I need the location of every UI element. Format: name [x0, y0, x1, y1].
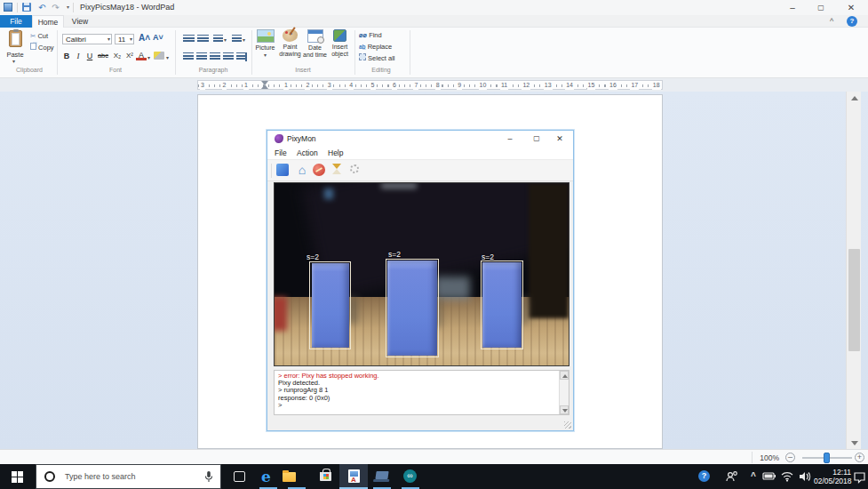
insert-picture-button[interactable]: Picture▾	[253, 29, 277, 67]
italic-button[interactable]: I	[73, 51, 84, 61]
scroll-up-icon[interactable]	[847, 92, 862, 105]
cortana-icon	[44, 471, 55, 482]
cut-icon: ✂	[30, 32, 36, 40]
tray-people[interactable]	[725, 464, 739, 489]
underline-button[interactable]: U	[84, 51, 95, 61]
ruler-number: 15	[587, 81, 596, 90]
windows-logo-icon	[12, 471, 23, 483]
microsoft-store-icon	[320, 472, 331, 481]
document-area[interactable]: PixyMon – ▢ ✕ File Action Help ⌂	[0, 92, 868, 449]
document-page[interactable]: PixyMon – ▢ ✕ File Action Help ⌂	[197, 94, 663, 449]
ruler[interactable]: 321123456789101112131415161718	[197, 80, 663, 90]
align-center-icon[interactable]	[196, 52, 207, 61]
qat-dropdown-icon[interactable]: ▾	[63, 3, 73, 12]
save-icon[interactable]	[22, 3, 32, 12]
paragraph-dialog-icon[interactable]	[236, 52, 247, 61]
insert-object-button[interactable]: Insert object	[328, 29, 352, 67]
line-spacing-icon[interactable]	[232, 35, 242, 44]
line-spacing-dropdown-icon[interactable]: ▾	[243, 36, 245, 43]
taskbar-store[interactable]	[311, 464, 339, 489]
font-size-select[interactable]: 11▾	[115, 34, 134, 44]
select-all-button[interactable]: Select all	[359, 53, 395, 64]
tray-wifi[interactable]	[780, 464, 796, 489]
maximize-button[interactable]: ▢	[808, 2, 834, 13]
zoom-slider-thumb[interactable]	[824, 453, 830, 463]
replace-button[interactable]: ab̲ Replace	[359, 42, 392, 52]
bold-button[interactable]: B	[61, 51, 72, 61]
scroll-down-icon[interactable]	[560, 405, 569, 414]
task-view-icon	[234, 471, 245, 482]
scroll-down-icon[interactable]	[847, 436, 862, 449]
font-color-button[interactable]: A	[136, 51, 147, 60]
pixymon-toolbar: ⌂	[267, 160, 573, 181]
find-button[interactable]: ⌀⌀ Find	[359, 30, 382, 41]
bullets-dropdown-icon[interactable]: ▾	[224, 36, 227, 43]
paste-dropdown-icon[interactable]: ▾	[12, 58, 15, 64]
ruler-number: 5	[370, 81, 376, 90]
document-scrollbar[interactable]	[846, 92, 861, 449]
justify-icon[interactable]	[223, 52, 234, 61]
zoom-slider[interactable]	[802, 457, 852, 459]
tray-show-hidden[interactable]: ^	[747, 464, 760, 489]
close-button[interactable]: ✕	[838, 2, 864, 13]
collapse-ribbon-icon[interactable]: ^	[825, 17, 838, 26]
scrollbar-thumb[interactable]	[848, 249, 860, 351]
zoom-out-button[interactable]: –	[785, 453, 795, 462]
date-time-icon	[307, 29, 323, 43]
taskbar-edge[interactable]: e	[254, 464, 283, 489]
taskbar-laptop-app[interactable]	[368, 464, 396, 489]
superscript-button[interactable]: X²	[123, 51, 136, 61]
scroll-up-icon[interactable]	[560, 371, 569, 380]
hanging-indent-marker[interactable]	[261, 84, 268, 89]
tab-home[interactable]: Home	[32, 15, 64, 28]
taskbar-wordpad[interactable]	[339, 464, 368, 489]
wordpad-icon	[348, 469, 360, 483]
strikethrough-button[interactable]: abc	[96, 51, 110, 61]
copy-button[interactable]: Copy	[30, 43, 54, 52]
start-button[interactable]	[0, 464, 36, 489]
minimize-button[interactable]: –	[779, 2, 806, 13]
align-left-icon[interactable]	[183, 52, 194, 61]
align-right-icon[interactable]	[210, 52, 220, 61]
pixymon-window[interactable]: PixyMon – ▢ ✕ File Action Help ⌂	[267, 130, 574, 431]
divider	[752, 452, 753, 463]
undo-icon[interactable]: ↶	[37, 3, 47, 12]
edge-icon: e	[261, 469, 275, 484]
subscript-button[interactable]: X₂	[111, 51, 123, 61]
tab-view[interactable]: View	[64, 15, 96, 28]
shrink-font-button[interactable]: A˅	[153, 33, 163, 42]
decrease-indent-icon[interactable]	[183, 35, 195, 44]
battery-icon	[762, 464, 776, 489]
zoom-in-button[interactable]: +	[855, 453, 864, 462]
font-color-dropdown-icon[interactable]: ▾	[147, 54, 150, 60]
grow-font-button[interactable]: A˄	[139, 33, 150, 43]
tray-volume[interactable]	[798, 464, 814, 489]
taskbar-arduino[interactable]: ∞	[396, 464, 425, 489]
arduino-icon: ∞	[403, 469, 417, 483]
increase-indent-icon[interactable]	[197, 35, 209, 44]
tray-battery[interactable]	[762, 464, 778, 489]
ruler-number: 3	[327, 81, 332, 90]
ruler-number: 9	[457, 81, 462, 90]
file-explorer-icon	[283, 472, 296, 482]
console-scrollbar[interactable]	[559, 371, 569, 414]
pixymon-console[interactable]: > error: Pixy has stopped working.Pixy d…	[274, 370, 569, 415]
highlight-button[interactable]	[154, 52, 164, 60]
help-icon[interactable]: ?	[847, 16, 857, 27]
paint-drawing-button[interactable]: Paint drawing	[278, 29, 302, 67]
bullets-icon[interactable]	[213, 35, 223, 44]
tray-help[interactable]: ?	[698, 464, 713, 489]
taskbar-file-explorer[interactable]	[283, 464, 311, 489]
tray-clock[interactable]: 12:11 02/05/2018	[814, 464, 851, 489]
cut-button[interactable]: ✂ Cut	[30, 32, 48, 40]
highlight-dropdown-icon[interactable]: ▾	[166, 54, 169, 60]
font-family-select[interactable]: Calibri▾	[62, 34, 112, 44]
date-time-button[interactable]: Date and time	[303, 29, 327, 67]
microphone-icon[interactable]	[204, 470, 213, 484]
pixymon-menu-help: Help	[328, 148, 343, 157]
redo-icon[interactable]: ↷	[51, 3, 60, 12]
taskbar-search[interactable]: Type here to search	[36, 464, 221, 489]
taskbar-task-view[interactable]	[226, 464, 254, 489]
tray-action-center[interactable]	[853, 464, 867, 489]
tab-file[interactable]: File	[0, 15, 32, 28]
